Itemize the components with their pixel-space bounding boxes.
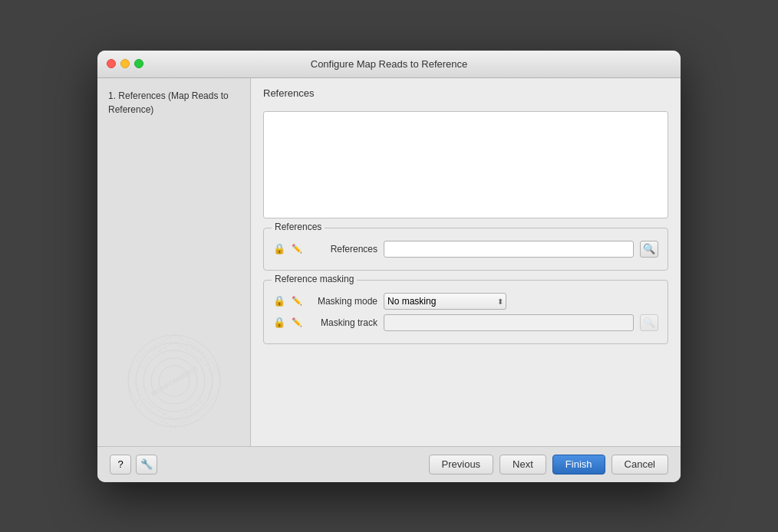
masking-track-browse-button: 🔍 — [640, 314, 658, 331]
traffic-lights — [107, 59, 143, 68]
finish-button[interactable]: Finish — [552, 455, 605, 475]
watermark-decoration: BIOINFORMATICS — [124, 331, 224, 431]
footer-left-buttons: ? 🔧 — [110, 455, 157, 475]
masking-track-edit-icon: ✏️ — [292, 317, 302, 327]
content-top-label: References — [263, 87, 668, 99]
masking-track-row: 🔒 ✏️ Masking track 🔍 — [273, 314, 658, 331]
masking-mode-row: 🔒 ✏️ Masking mode No masking Hard maskin… — [273, 293, 658, 310]
masking-group: Reference masking 🔒 ✏️ Masking mode No m… — [263, 280, 668, 344]
titlebar: Configure Map Reads to Reference — [97, 51, 681, 78]
masking-track-label: Masking track — [308, 317, 377, 328]
lock-icon: 🔒 — [273, 243, 285, 255]
sidebar-item-references[interactable]: 1. References (Map Reads to Reference) — [105, 87, 242, 118]
masking-track-lock-icon: 🔒 — [273, 317, 285, 328]
masking-edit-icon: ✏️ — [292, 296, 302, 306]
references-input[interactable] — [384, 241, 634, 258]
masking-mode-select[interactable]: No masking Hard masking Soft masking — [384, 293, 506, 310]
references-list-box — [263, 111, 668, 218]
footer: ? 🔧 Previous Next Finish Cancel — [97, 446, 681, 482]
main-content: 1. References (Map Reads to Reference) B… — [97, 78, 681, 446]
cancel-button[interactable]: Cancel — [612, 455, 668, 475]
masking-lock-icon: 🔒 — [273, 295, 285, 307]
minimize-button[interactable] — [120, 59, 130, 68]
references-group-title: References — [272, 222, 325, 232]
maximize-button[interactable] — [134, 59, 143, 68]
edit-icon: ✏️ — [292, 244, 302, 254]
sidebar-item-label: References (Map Reads to Reference) — [108, 90, 229, 115]
footer-right-buttons: Previous Next Finish Cancel — [429, 455, 668, 475]
masking-group-title: Reference masking — [272, 274, 357, 284]
masking-track-input — [384, 314, 634, 331]
content-area: References References 🔒 ✏️ References 🔍 … — [251, 78, 681, 446]
sidebar-item-number: 1. — [108, 90, 116, 101]
close-button[interactable] — [107, 59, 116, 68]
main-window: Configure Map Reads to Reference 1. Refe… — [97, 51, 681, 482]
references-group: References 🔒 ✏️ References 🔍 — [263, 228, 668, 271]
references-browse-button[interactable]: 🔍 — [640, 241, 658, 258]
wrench-button[interactable]: 🔧 — [136, 455, 157, 475]
references-field-label: References — [308, 244, 377, 255]
masking-mode-select-wrapper: No masking Hard masking Soft masking — [384, 293, 506, 310]
references-row: 🔒 ✏️ References 🔍 — [273, 241, 658, 258]
window-title: Configure Map Reads to Reference — [311, 58, 468, 70]
masking-mode-label: Masking mode — [308, 296, 377, 307]
next-button[interactable]: Next — [499, 455, 546, 475]
previous-button[interactable]: Previous — [429, 455, 494, 475]
svg-text:BIOINFORMATICS: BIOINFORMATICS — [150, 365, 199, 397]
sidebar: 1. References (Map Reads to Reference) B… — [97, 78, 251, 446]
help-button[interactable]: ? — [110, 455, 131, 475]
